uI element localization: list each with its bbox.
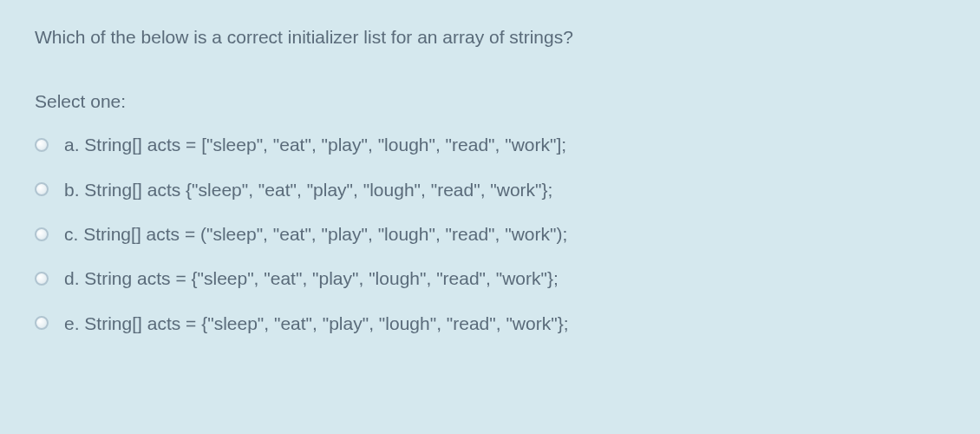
option-row-d[interactable]: d. String acts = {"sleep", "eat", "play"… xyxy=(35,266,945,290)
option-letter: d. xyxy=(64,268,80,288)
option-row-e[interactable]: e. String[] acts = {"sleep", "eat", "pla… xyxy=(35,312,945,335)
option-row-c[interactable]: c. String[] acts = ("sleep", "eat", "pla… xyxy=(35,222,945,246)
radio-b[interactable] xyxy=(35,182,49,196)
option-label-d: d. String acts = {"sleep", "eat", "play"… xyxy=(64,266,559,290)
radio-e[interactable] xyxy=(35,316,49,330)
option-text: String[] acts = {"sleep", "eat", "play",… xyxy=(84,313,568,333)
option-text: String acts = {"sleep", "eat", "play", "… xyxy=(84,268,558,288)
option-letter: c. xyxy=(64,224,78,244)
option-label-e: e. String[] acts = {"sleep", "eat", "pla… xyxy=(64,312,569,335)
option-row-b[interactable]: b. String[] acts {"sleep", "eat", "play"… xyxy=(35,178,945,201)
radio-d[interactable] xyxy=(35,272,49,286)
option-text: String[] acts = ["sleep", "eat", "play",… xyxy=(84,135,566,155)
option-text: String[] acts = ("sleep", "eat", "play",… xyxy=(83,224,567,244)
select-one-prompt: Select one: xyxy=(35,91,945,112)
question-text: Which of the below is a correct initiali… xyxy=(35,24,945,49)
radio-a[interactable] xyxy=(35,138,49,152)
option-letter: a. xyxy=(64,135,80,155)
option-label-a: a. String[] acts = ["sleep", "eat", "pla… xyxy=(64,133,566,156)
option-label-b: b. String[] acts {"sleep", "eat", "play"… xyxy=(64,178,552,201)
option-text: String[] acts {"sleep", "eat", "play", "… xyxy=(84,180,552,200)
radio-c[interactable] xyxy=(35,227,49,241)
options-group: a. String[] acts = ["sleep", "eat", "pla… xyxy=(35,133,945,334)
option-letter: e. xyxy=(64,313,80,333)
option-letter: b. xyxy=(64,180,80,200)
option-label-c: c. String[] acts = ("sleep", "eat", "pla… xyxy=(64,222,567,246)
option-row-a[interactable]: a. String[] acts = ["sleep", "eat", "pla… xyxy=(35,133,945,156)
